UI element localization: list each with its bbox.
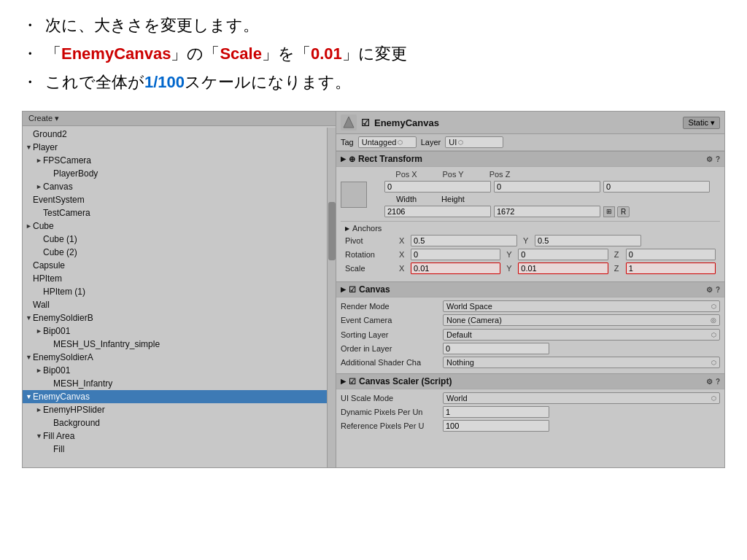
- width-input[interactable]: [384, 206, 491, 217]
- hierarchy-item[interactable]: ▼ EnemySoldierA: [23, 351, 336, 364]
- pivot-label: Pivot: [345, 236, 396, 245]
- hierarchy-item[interactable]: EventSystem: [23, 193, 336, 206]
- hierarchy-scrollbar[interactable]: [327, 128, 336, 467]
- instructions-section: ・ 次に、大きさを変更します。 ・ 「EnemyCanvas」の「Scale」を…: [0, 0, 747, 111]
- hierarchy-item-label: Canvas: [43, 182, 73, 192]
- canvas-scaler-options-icon[interactable]: ⚙: [706, 378, 713, 386]
- scale-y-input[interactable]: [518, 262, 608, 274]
- canvas-check-icon: ☑: [349, 285, 356, 295]
- height-input[interactable]: [494, 206, 600, 217]
- canvas-scaler-expand-icon[interactable]: ▶: [341, 378, 346, 385]
- wh-values: ⊞ R: [374, 206, 720, 217]
- width-label: Width: [384, 195, 428, 203]
- dynamic-pixels-input[interactable]: [443, 406, 549, 418]
- rect-constrain-icon[interactable]: ⊞: [603, 206, 615, 217]
- bullet-3-blue: 1/100: [144, 73, 185, 91]
- hierarchy-item[interactable]: Background: [23, 416, 336, 429]
- event-camera-pick-icon[interactable]: ◎: [711, 316, 716, 324]
- canvas-expand-icon[interactable]: ▶: [341, 286, 346, 293]
- hierarchy-item[interactable]: Fill: [23, 443, 336, 456]
- bullet-2-mid1: 」の「: [171, 44, 220, 63]
- hierarchy-item-label: Capsule: [33, 260, 65, 271]
- tag-dropdown[interactable]: Untagged ⬡: [358, 136, 417, 148]
- hierarchy-item[interactable]: ► Bip001: [23, 324, 336, 338]
- hierarchy-item[interactable]: ▼ EnemySoldierB: [23, 311, 336, 324]
- hierarchy-item-label: Bip001: [43, 365, 70, 376]
- hierarchy-item[interactable]: HPItem (1): [23, 285, 336, 298]
- additional-shader-value: Nothing: [446, 358, 474, 367]
- hierarchy-item[interactable]: ▼ EnemyCanvas: [23, 390, 336, 403]
- hierarchy-item-label: Background: [53, 418, 100, 428]
- layer-dropdown[interactable]: UI ⬡: [445, 136, 503, 148]
- event-camera-value: None (Camera): [446, 316, 502, 324]
- ui-scale-mode-value: World: [446, 394, 468, 402]
- hierarchy-item-label: EnemyCanvas: [33, 392, 90, 402]
- rect-transform-help-icon[interactable]: ?: [716, 155, 720, 163]
- hierarchy-item[interactable]: ► Cube: [23, 219, 336, 233]
- rect-transform-expand-icon[interactable]: ▶: [341, 155, 346, 163]
- anchors-expand-icon[interactable]: ▶: [345, 225, 349, 232]
- scale-z-input[interactable]: [626, 262, 716, 274]
- bullet-3: ・ これで全体が1/100スケールになります。: [22, 71, 725, 94]
- rot-z-input[interactable]: [626, 249, 716, 260]
- tag-label: Tag: [341, 138, 354, 147]
- reference-pixels-row: Reference Pixels Per U: [341, 420, 720, 432]
- ui-scale-mode-dropdown[interactable]: World ⬡: [443, 392, 720, 404]
- render-mode-dropdown[interactable]: World Space ⬡: [443, 300, 720, 312]
- tag-arrow-icon: ⬡: [398, 139, 403, 146]
- hierarchy-item-label: Cube: [33, 221, 54, 231]
- hierarchy-panel: Create ▾ Ground2▼ Player► FPSCamera Play…: [23, 112, 336, 467]
- hierarchy-item[interactable]: Capsule: [23, 259, 336, 272]
- hierarchy-item[interactable]: Cube (2): [23, 246, 336, 259]
- ui-scale-mode-row: UI Scale Mode World ⬡: [341, 392, 720, 404]
- pos-x-input[interactable]: [384, 181, 491, 192]
- bullet-2-suffix: 」に変更: [342, 44, 407, 63]
- pos-z-input[interactable]: [603, 181, 710, 192]
- hierarchy-item[interactable]: PlayerBody: [23, 167, 336, 180]
- order-in-layer-input[interactable]: [443, 343, 549, 354]
- hierarchy-item[interactable]: MESH_Infantry: [23, 377, 336, 390]
- hierarchy-item[interactable]: ► FPSCamera: [23, 154, 336, 167]
- hierarchy-item[interactable]: Cube (1): [23, 233, 336, 246]
- hierarchy-item[interactable]: ▼ Fill Area: [23, 429, 336, 443]
- canvas-options-icon[interactable]: ⚙: [706, 286, 713, 294]
- anchors-section: ▶ Anchors Pivot X Y Rotation X Y Z: [341, 221, 720, 279]
- hierarchy-item[interactable]: TestCamera: [23, 206, 336, 219]
- hierarchy-item[interactable]: ► EnemyHPSlider: [23, 403, 336, 416]
- hierarchy-item[interactable]: MESH_US_Infantry_simple: [23, 338, 336, 351]
- hierarchy-item[interactable]: HPItem: [23, 272, 336, 285]
- sorting-layer-dropdown[interactable]: Default ⬡: [443, 329, 720, 341]
- pivot-x-input[interactable]: [411, 235, 517, 246]
- event-camera-field[interactable]: None (Camera) ◎: [443, 314, 720, 326]
- additional-shader-dropdown[interactable]: Nothing ⬡: [443, 357, 720, 368]
- sorting-layer-arrow-icon: ⬡: [711, 332, 716, 338]
- hierarchy-item[interactable]: Wall: [23, 298, 336, 311]
- hierarchy-item[interactable]: ► Bip001: [23, 364, 336, 377]
- rect-transform-options-icon[interactable]: ⚙: [706, 155, 713, 163]
- hierarchy-item[interactable]: ► Canvas: [23, 180, 336, 193]
- hierarchy-item-label: Bip001: [43, 326, 70, 336]
- canvas-header: ▶ ☑ Canvas ⚙ ?: [336, 281, 724, 298]
- pivot-y-input[interactable]: [535, 235, 641, 246]
- object-enabled-checkbox[interactable]: ☑: [361, 117, 370, 128]
- scroll-thumb[interactable]: [328, 202, 336, 260]
- scale-x-input[interactable]: [411, 262, 500, 274]
- canvas-scaler-help-icon[interactable]: ?: [716, 378, 720, 386]
- pivot-row: Pivot X Y: [345, 235, 716, 246]
- r-button[interactable]: R: [617, 206, 630, 217]
- bullet-2-red3: 0.01: [311, 44, 342, 63]
- hierarchy-create-btn[interactable]: Create ▾: [28, 114, 59, 123]
- order-in-layer-row: Order in Layer: [341, 343, 720, 354]
- hierarchy-item[interactable]: Ground2: [23, 128, 336, 141]
- hierarchy-item-label: Player: [33, 142, 58, 152]
- posy-coord-label: Pos Y: [431, 170, 475, 179]
- hierarchy-item[interactable]: ▼ Player: [23, 141, 336, 154]
- rotation-row: Rotation X Y Z: [345, 249, 716, 260]
- reference-pixels-input[interactable]: [443, 420, 549, 432]
- static-button[interactable]: Static ▾: [683, 117, 720, 129]
- pos-y-input[interactable]: [494, 181, 600, 192]
- rot-x-input[interactable]: [411, 249, 500, 260]
- rt-fields: Pos X Pos Y Pos Z Width Height: [374, 170, 720, 219]
- canvas-help-icon[interactable]: ?: [716, 286, 720, 294]
- rot-y-input[interactable]: [518, 249, 608, 260]
